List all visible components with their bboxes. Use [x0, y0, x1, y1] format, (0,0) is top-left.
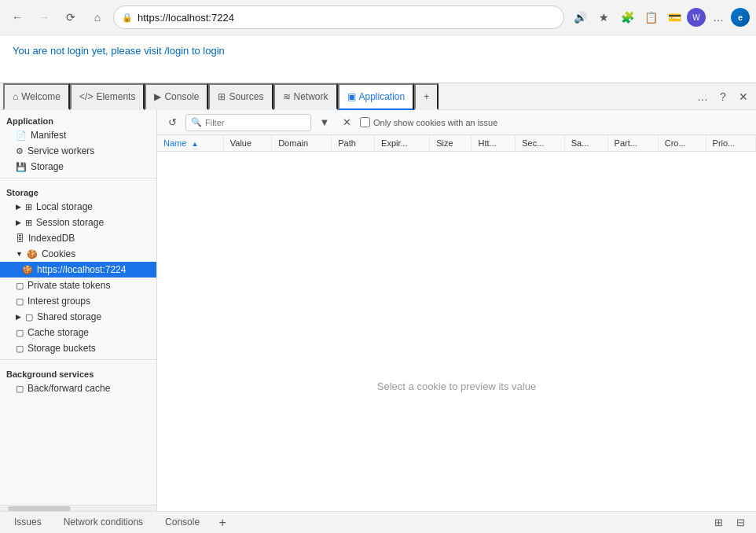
- bottom-tab-network-conditions[interactable]: Network conditions: [56, 512, 151, 534]
- sidebar-item-cookies[interactable]: ▼ 🍪 Cookies: [0, 246, 156, 262]
- tab-add-btn[interactable]: +: [414, 83, 439, 110]
- sidebar-item-cookies-localhost[interactable]: 🍪 https://localhost:7224: [0, 262, 156, 278]
- issues-only-checkbox-label[interactable]: Only show cookies with an issue: [360, 117, 497, 127]
- table-row[interactable]: [157, 246, 756, 262]
- sidebar-item-indexeddb[interactable]: 🗄 IndexedDB: [0, 230, 156, 246]
- main-panel: ↺ 🔍 ▼ ✕ Only show cookies with an issue: [157, 110, 756, 511]
- sidebar-item-local-storage[interactable]: ▶ ⊞ Local storage: [0, 199, 156, 215]
- table-empty-state: Select a cookie to preview its value: [157, 262, 756, 512]
- filter-input[interactable]: [205, 118, 284, 127]
- menu-dots-btn[interactable]: …: [707, 6, 729, 28]
- devtools-help-btn[interactable]: ?: [714, 87, 732, 106]
- console-icon: ▶: [154, 91, 161, 102]
- sidebar-item-cache-storage[interactable]: ▢ Cache storage: [0, 325, 156, 340]
- sidebar-item-private-state-tokens[interactable]: ▢ Private state tokens: [0, 278, 156, 293]
- shared-storage-arrow: ▶: [16, 313, 21, 321]
- sidebar-item-back-forward-cache[interactable]: ▢ Back/forward cache: [0, 380, 156, 396]
- sidebar-item-session-storage[interactable]: ▶ ⊞ Session storage: [0, 215, 156, 230]
- devtools-panel: ⌂ Welcome </> Elements ▶ Console ⊞ Sourc…: [0, 83, 756, 533]
- col-cross[interactable]: Cro...: [658, 135, 706, 152]
- browser-wallet-btn[interactable]: 💳: [663, 6, 685, 28]
- indexeddb-icon: 🗄: [16, 233, 24, 243]
- bottom-tab-issues[interactable]: Issues: [6, 512, 50, 534]
- local-storage-arrow: ▶: [16, 203, 21, 211]
- refresh-button[interactable]: ⟳: [60, 6, 82, 28]
- back-button[interactable]: ←: [6, 6, 28, 28]
- tab-welcome[interactable]: ⌂ Welcome: [3, 83, 70, 110]
- col-http[interactable]: Htt...: [472, 135, 516, 152]
- address-bar[interactable]: 🔒 https://localhost:7224: [113, 6, 564, 29]
- sidebar-item-storage-main[interactable]: 💾 Storage: [0, 159, 156, 175]
- table-row[interactable]: [157, 230, 756, 246]
- tab-elements[interactable]: </> Elements: [70, 83, 145, 110]
- sort-arrow: ▲: [191, 140, 198, 148]
- tab-network[interactable]: ≋ Network: [273, 83, 338, 110]
- col-domain[interactable]: Domain: [272, 135, 332, 152]
- undock-btn[interactable]: ⊞: [709, 513, 728, 532]
- interest-groups-icon: ▢: [16, 296, 24, 307]
- page-content: You are not login yet, please visit /log…: [0, 35, 756, 83]
- refresh-cookies-btn[interactable]: ↺: [163, 114, 181, 131]
- sidebar-item-interest-groups[interactable]: ▢ Interest groups: [0, 293, 156, 309]
- browser-toolbar-icons: 🔊 ★ 🧩 📋 💳 W … e: [569, 6, 750, 28]
- shared-storage-icon: ▢: [25, 312, 33, 322]
- dock-btn[interactable]: ⊟: [731, 513, 750, 532]
- table-top: Name ▲ Value Domain Path Expir... Size H…: [157, 135, 756, 262]
- col-priority[interactable]: Prio...: [706, 135, 755, 152]
- edge-icon: e: [731, 8, 750, 27]
- col-name[interactable]: Name ▲: [157, 135, 223, 152]
- forward-button[interactable]: →: [33, 6, 55, 28]
- col-value[interactable]: Value: [223, 135, 271, 152]
- local-storage-icon: ⊞: [25, 202, 32, 212]
- col-samesite[interactable]: Sa...: [564, 135, 607, 152]
- add-tab-btn[interactable]: +: [214, 514, 231, 531]
- sidebar-item-storage-buckets[interactable]: ▢ Storage buckets: [0, 340, 156, 356]
- panel-toolbar: ↺ 🔍 ▼ ✕ Only show cookies with an issue: [157, 110, 756, 135]
- col-path[interactable]: Path: [332, 135, 375, 152]
- filter-box[interactable]: 🔍: [185, 114, 311, 131]
- table-row[interactable]: [157, 167, 756, 183]
- devtools-tabs: ⌂ Welcome </> Elements ▶ Console ⊞ Sourc…: [0, 83, 756, 110]
- favorites-btn[interactable]: ★: [593, 6, 615, 28]
- tab-application[interactable]: ▣ Application: [338, 83, 415, 110]
- table-row[interactable]: [157, 199, 756, 215]
- filter-dropdown-btn[interactable]: ▼: [316, 114, 333, 131]
- extensions-btn[interactable]: 🧩: [616, 6, 638, 28]
- sidebar-hscroll[interactable]: [0, 505, 156, 511]
- sidebar-divider-1: [0, 178, 156, 178]
- profile-icon[interactable]: W: [687, 8, 706, 27]
- devtools-more-btn[interactable]: …: [693, 87, 712, 106]
- tab-sources[interactable]: ⊞ Sources: [208, 83, 273, 110]
- collections-btn[interactable]: 📋: [640, 6, 662, 28]
- service-workers-icon: ⚙: [16, 146, 24, 156]
- devtools-sidebar: Application 📄 Manifest ⚙ Service workers…: [0, 110, 157, 511]
- lock-icon: 🔒: [122, 13, 133, 23]
- browser-titlebar: ← → ⟳ ⌂ 🔒 https://localhost:7224 🔊 ★ 🧩 📋…: [0, 0, 756, 35]
- col-partition[interactable]: Part...: [607, 135, 658, 152]
- sidebar-item-shared-storage[interactable]: ▶ ▢ Shared storage: [0, 309, 156, 325]
- bottom-tab-console-bottom[interactable]: Console: [157, 512, 207, 534]
- table-row[interactable]: [157, 152, 756, 167]
- cookies-arrow: ▼: [16, 250, 23, 258]
- col-expires[interactable]: Expir...: [375, 135, 430, 152]
- sidebar-section-background: Background services: [0, 363, 156, 380]
- col-secure[interactable]: Sec...: [516, 135, 565, 152]
- home-button[interactable]: ⌂: [86, 6, 108, 28]
- sidebar-section-application: Application: [0, 110, 156, 127]
- issues-only-checkbox[interactable]: [360, 117, 370, 127]
- tab-console[interactable]: ▶ Console: [145, 83, 208, 110]
- clear-filter-btn[interactable]: ✕: [338, 114, 355, 131]
- session-storage-arrow: ▶: [16, 219, 21, 226]
- elements-icon: </>: [79, 91, 93, 102]
- sidebar-item-manifest[interactable]: 📄 Manifest: [0, 127, 156, 143]
- read-aloud-btn[interactable]: 🔊: [569, 6, 591, 28]
- devtools-close-btn[interactable]: ✕: [734, 87, 753, 106]
- application-icon: ▣: [347, 91, 356, 102]
- back-forward-cache-icon: ▢: [16, 384, 24, 394]
- page-message: You are not login yet, please visit /log…: [13, 45, 225, 57]
- col-size[interactable]: Size: [430, 135, 472, 152]
- sidebar-item-service-workers[interactable]: ⚙ Service workers: [0, 143, 156, 159]
- table-row[interactable]: [157, 183, 756, 199]
- sidebar-hscroll-thumb: [8, 506, 71, 511]
- table-row[interactable]: [157, 215, 756, 230]
